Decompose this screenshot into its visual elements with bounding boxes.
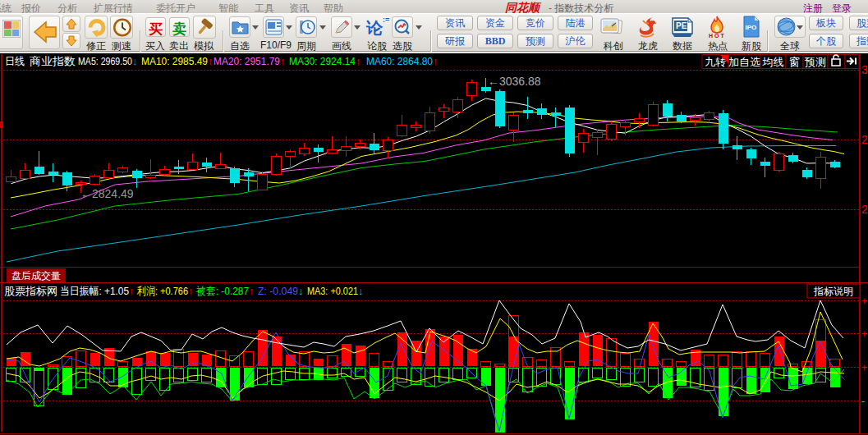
svg-text:←2824.49: ←2824.49 (80, 187, 134, 200)
svg-text:盘后成交量: 盘后成交量 (11, 270, 61, 282)
svg-text:利润: +0.766: 利润: +0.766 (136, 285, 188, 297)
svg-text:2: 2 (861, 133, 868, 146)
svg-text:3: 3 (861, 63, 868, 76)
svg-text:均线: 均线 (762, 56, 784, 68)
svg-text:MA10: 2985.49: MA10: 2985.49 (141, 55, 208, 67)
svg-text:+: + (861, 328, 867, 340)
svg-text:↓: ↓ (132, 55, 138, 67)
svg-text:九转: 九转 (705, 56, 726, 68)
svg-text:↑: ↑ (280, 55, 286, 67)
svg-text:被套: -0.287: 被套: -0.287 (195, 285, 249, 297)
svg-text:↓: ↓ (358, 285, 364, 297)
svg-text:MA60: 2864.80: MA60: 2864.80 (366, 55, 433, 67)
svg-text:↓: ↓ (298, 285, 304, 297)
svg-text:↑: ↑ (208, 55, 214, 67)
svg-text:↑: ↑ (129, 285, 135, 297)
svg-text:↑: ↑ (249, 285, 255, 297)
svg-text:指标说明: 指标说明 (813, 286, 853, 297)
svg-text:↑: ↑ (433, 55, 439, 67)
svg-text:MA3: +0.021: MA3: +0.021 (307, 285, 358, 297)
svg-text:商业指数: 商业指数 (30, 55, 76, 67)
svg-text:Z: -0.049: Z: -0.049 (258, 285, 298, 297)
svg-text:股票指标网: 股票指标网 (4, 285, 57, 297)
svg-text:-: - (861, 396, 865, 407)
svg-text:MA30: 2924.14: MA30: 2924.14 (289, 55, 356, 67)
svg-text:↑: ↑ (356, 55, 361, 67)
svg-text:日线: 日线 (5, 55, 25, 67)
svg-text:↑: ↑ (188, 285, 194, 297)
svg-text:+: + (861, 295, 867, 307)
svg-text:2: 2 (861, 203, 868, 216)
svg-text:+: + (861, 362, 867, 373)
svg-text:MA20: 2951.79: MA20: 2951.79 (214, 55, 280, 67)
svg-text:MA5: 2969.50: MA5: 2969.50 (78, 55, 132, 67)
svg-text:当日振幅: +1.05: 当日振幅: +1.05 (60, 285, 129, 297)
svg-text:加自选: 加自选 (728, 56, 760, 68)
svg-text:预测: 预测 (804, 56, 826, 68)
svg-text:←3036.88: ←3036.88 (488, 75, 541, 88)
svg-text:窗: 窗 (789, 56, 800, 68)
